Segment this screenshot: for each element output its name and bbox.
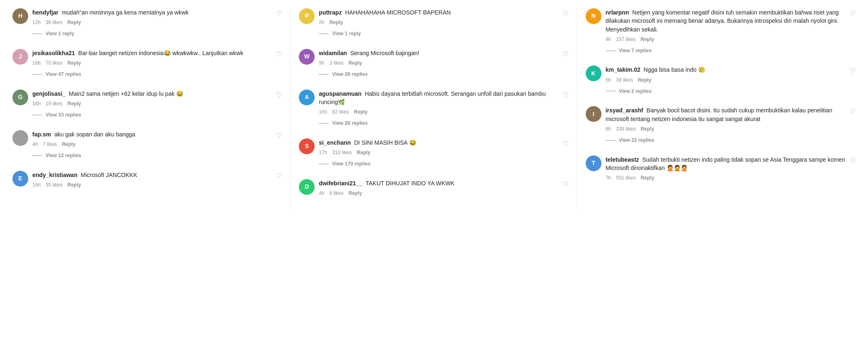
view-replies-button[interactable]: View 170 replies — [319, 160, 568, 167]
view-replies-label: View 26 replies — [332, 120, 368, 127]
comment-username[interactable]: jesikasolikha21 — [32, 50, 75, 56]
reply-button[interactable]: Reply — [68, 100, 81, 107]
reply-button[interactable]: Reply — [330, 19, 343, 26]
comment-row: Hhendyfjar mudah"an miminnya ga kena men… — [12, 8, 282, 26]
heart-button[interactable] — [563, 138, 569, 148]
avatar: H — [12, 8, 28, 24]
reply-button[interactable]: Reply — [68, 182, 81, 189]
view-replies-button[interactable]: View 12 replies — [32, 152, 282, 159]
comment-username[interactable]: fap.sm — [32, 131, 51, 138]
comment-meta: 4h157 likesReply — [606, 36, 846, 43]
comment-block: Eendy_kristiawan Microsoft JANCOKKK16h35… — [12, 171, 282, 190]
comment-row: Eendy_kristiawan Microsoft JANCOKKK16h35… — [12, 171, 282, 189]
view-replies-label: View 2 replies — [619, 88, 652, 95]
comment-meta: 4h7 likesReply — [32, 141, 272, 148]
view-replies-line — [606, 140, 616, 141]
comment-meta: 16h19 likesReply — [32, 100, 272, 107]
view-replies-label: View 22 replies — [619, 137, 655, 144]
comment-block: fap.sm aku gak sopan dan aku bangga4h7 l… — [12, 130, 282, 161]
comment-meta: 16h92 likesReply — [319, 109, 558, 116]
comment-username[interactable]: nrlarpnn — [606, 9, 629, 16]
avatar: P — [299, 8, 315, 24]
comment-meta: 4h6 likesReply — [319, 190, 558, 197]
comment-text: genjolisasi_ Main2 sama netijen +62 kela… — [32, 90, 272, 98]
view-replies-label: View 12 replies — [46, 152, 81, 159]
view-replies-button[interactable]: View 26 replies — [319, 71, 568, 78]
view-replies-button[interactable]: View 26 replies — [319, 120, 568, 127]
reply-button[interactable]: Reply — [68, 19, 81, 26]
view-replies-button[interactable]: View 22 replies — [606, 137, 856, 144]
reply-button[interactable]: Reply — [638, 77, 652, 84]
heart-button[interactable] — [276, 130, 282, 140]
comment-username[interactable]: widamilan — [319, 50, 347, 56]
view-replies-button[interactable]: View 1 reply — [319, 30, 568, 37]
comment-username[interactable]: dwifebriani21__ — [319, 180, 362, 187]
comment-text: km_takim.02 Ngga bisa basa indo 🥲 — [606, 66, 846, 74]
comment-username[interactable]: km_takim.02 — [606, 66, 640, 73]
comment-username[interactable]: hendyfjar — [32, 9, 58, 16]
reply-button[interactable]: Reply — [68, 60, 81, 67]
comment-content: teletubeastz Sudah terbukti netizen indo… — [606, 155, 846, 182]
reply-button[interactable]: Reply — [354, 109, 368, 116]
heart-button[interactable] — [563, 49, 569, 59]
comment-likes: 310 likes — [332, 149, 352, 156]
comment-text: nrlarpnn Netijen yang komentar negatif d… — [606, 8, 846, 34]
heart-button[interactable] — [563, 8, 569, 18]
comment-username[interactable]: irsyad_arashf — [606, 107, 643, 114]
comment-content: aguspanamuan Habis dayana terbitlah micr… — [319, 90, 558, 116]
comment-text: puttrapz HAHAHAHAHA MICROSOFT BAPERAN — [319, 8, 558, 17]
heart-button[interactable] — [276, 171, 282, 181]
view-replies-button[interactable]: View 1 reply — [32, 30, 282, 37]
comment-username[interactable]: genjolisasi_ — [32, 90, 65, 97]
comment-username[interactable]: si_enchann — [319, 139, 351, 146]
comment-likes: 6 likes — [330, 190, 344, 197]
reply-button[interactable]: Reply — [640, 175, 654, 182]
view-replies-button[interactable]: View 2 replies — [606, 88, 856, 95]
comment-text: hendyfjar mudah"an miminnya ga kena ment… — [32, 8, 272, 17]
view-replies-label: View 1 reply — [332, 30, 361, 37]
view-replies-line — [606, 91, 616, 91]
heart-button[interactable] — [563, 179, 569, 189]
reply-button[interactable]: Reply — [349, 60, 362, 67]
comment-time: 17h — [319, 149, 327, 156]
comment-row: fap.sm aku gak sopan dan aku bangga4h7 l… — [12, 130, 282, 148]
heart-button[interactable] — [276, 90, 282, 99]
heart-button[interactable] — [850, 66, 856, 75]
view-replies-label: View 1 reply — [46, 30, 74, 37]
heart-button[interactable] — [850, 106, 856, 116]
view-replies-line — [32, 74, 42, 75]
reply-button[interactable]: Reply — [62, 141, 75, 148]
comment-meta: 16h35 likesReply — [32, 182, 272, 189]
comment-time: 7h — [606, 175, 611, 182]
comment-block: Tteletubeastz Sudah terbukti netizen ind… — [586, 155, 856, 183]
comment-row: Iirsyad_arashf Banyak bocil bacot disini… — [586, 106, 856, 132]
comment-likes: 3 likes — [330, 60, 344, 67]
avatar: G — [12, 90, 28, 105]
heart-button[interactable] — [850, 155, 856, 165]
heart-button[interactable] — [563, 90, 569, 99]
view-replies-button[interactable]: View 47 replies — [32, 71, 282, 78]
reply-button[interactable]: Reply — [640, 126, 654, 133]
comment-username[interactable]: endy_kristiawan — [32, 172, 78, 178]
reply-button[interactable]: Reply — [349, 190, 362, 197]
comment-content: genjolisasi_ Main2 sama netijen +62 kela… — [32, 90, 272, 107]
comment-block: Nnrlarpnn Netijen yang komentar negatif … — [586, 8, 856, 56]
comment-content: widamilan Serang Microsoft bajingan!9h3 … — [319, 49, 558, 67]
avatar — [12, 130, 28, 146]
heart-button[interactable] — [276, 8, 282, 18]
comment-row: Nnrlarpnn Netijen yang komentar negatif … — [586, 8, 856, 43]
comment-time: 4h — [319, 190, 324, 197]
comment-username[interactable]: aguspanamuan — [319, 90, 361, 97]
view-replies-button[interactable]: View 7 replies — [606, 47, 856, 54]
comment-username[interactable]: puttrapz — [319, 9, 342, 16]
reply-button[interactable]: Reply — [640, 36, 654, 43]
heart-button[interactable] — [850, 8, 856, 18]
avatar: K — [586, 66, 601, 81]
comment-username[interactable]: teletubeastz — [606, 156, 639, 163]
view-replies-button[interactable]: View 33 replies — [32, 112, 282, 119]
heart-button[interactable] — [276, 49, 282, 59]
comment-content: si_enchann DI SINI MASIH BISA 😂17h310 li… — [319, 138, 558, 156]
comment-content: hendyfjar mudah"an miminnya ga kena ment… — [32, 8, 272, 26]
reply-button[interactable]: Reply — [357, 149, 371, 156]
view-replies-label: View 170 replies — [332, 160, 371, 167]
